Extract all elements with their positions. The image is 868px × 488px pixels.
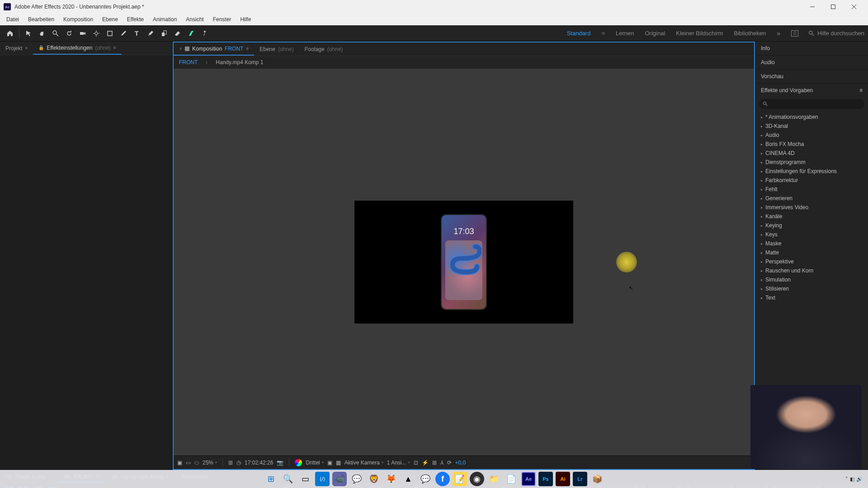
help-search[interactable]: Hilfe durchsuchen [808, 30, 864, 37]
tray-item[interactable]: 🔊 [856, 476, 863, 482]
tab-close-icon[interactable]: × [179, 46, 182, 52]
effect-category[interactable]: ▸Fehlt [755, 185, 868, 194]
taskbar-search[interactable]: 🔍 [281, 472, 295, 486]
menu-effekte[interactable]: Effekte [123, 14, 148, 24]
menu-hilfe[interactable]: Hilfe [236, 14, 255, 24]
composition-canvas[interactable]: 17:03 [354, 201, 573, 324]
taskbar-folder[interactable]: 📦 [590, 472, 604, 486]
zoom-dropdown[interactable]: 25% ▾ [203, 460, 217, 466]
clock-icon[interactable]: ◷ [236, 460, 241, 466]
mask-toggle[interactable]: ⬭ [194, 460, 199, 466]
breadcrumb-current[interactable]: FRONT [179, 59, 198, 66]
shape-tool[interactable] [104, 27, 116, 40]
resolution-dropdown[interactable]: Drittel ▾ [306, 460, 323, 466]
taskbar-taskview[interactable]: ▭ [298, 472, 312, 486]
brush-tool[interactable] [144, 27, 157, 40]
effect-category[interactable]: ▸Stilisieren [755, 284, 868, 293]
taskbar-whatsapp[interactable]: 💬 [349, 472, 364, 486]
tab-menu-icon[interactable]: ≡ [113, 45, 116, 50]
taskbar-notes[interactable]: 📝 [453, 472, 467, 486]
effect-controls-tab[interactable]: 🔒 Effekteinstellungen (ohne) ≡ [33, 42, 122, 55]
layer-tab[interactable]: Ebene (ohne) [254, 43, 299, 55]
tray-chevron-icon[interactable]: ˄ [845, 476, 848, 482]
snapshot-icon[interactable]: 📷 [277, 460, 283, 466]
text-tool[interactable]: T [131, 27, 143, 40]
taskbar-brave[interactable]: 🦁 [367, 472, 381, 486]
project-tab[interactable]: Projekt × [0, 42, 33, 54]
workspace-original[interactable]: Original [645, 30, 665, 37]
effects-search[interactable] [759, 99, 864, 109]
timeline-icon[interactable]: ⊞ [432, 460, 437, 466]
exposure-value[interactable]: +0,0 [455, 460, 466, 466]
fast-preview-icon[interactable]: ⚡ [422, 460, 429, 466]
eraser-tool[interactable] [171, 27, 184, 40]
anchor-tool[interactable] [90, 27, 103, 40]
workspace-bibliotheken[interactable]: Bibliotheken [734, 30, 766, 37]
taskbar-facebook[interactable]: f [435, 472, 450, 486]
pixel-aspect-icon[interactable]: ⊡ [414, 460, 418, 466]
taskbar-artstation[interactable]: ▲ [401, 472, 415, 486]
effect-category[interactable]: ▸CINEMA 4D [755, 149, 868, 158]
effect-category[interactable]: ▸* Animationsvorgaben [755, 113, 868, 122]
effect-category[interactable]: ▸Dienstprogramm [755, 158, 868, 167]
resolution-icon[interactable]: ⊞ [228, 460, 233, 466]
pen-tool[interactable] [117, 27, 130, 40]
workspace-kleiner[interactable]: Kleiner Bildschirm [676, 30, 723, 37]
chevron-left-icon[interactable]: ‹ [206, 59, 208, 66]
info-panel-tab[interactable]: Info [755, 42, 868, 55]
rotobrush-tool[interactable] [185, 27, 198, 40]
reset-exposure-icon[interactable]: ⟳ [447, 460, 452, 466]
rotate-tool[interactable] [63, 27, 75, 40]
taskbar-notepad[interactable]: 📄 [504, 472, 519, 486]
tab-close-icon[interactable]: × [25, 46, 28, 51]
puppet-tool[interactable] [198, 27, 211, 40]
footage-tab[interactable]: Footage (ohne) [299, 43, 349, 55]
tab-menu-icon[interactable]: ≡ [246, 46, 249, 51]
taskbar-lightroom[interactable]: Lr [573, 472, 587, 486]
audio-panel-tab[interactable]: Audio [755, 56, 868, 69]
menu-bearbeiten[interactable]: Bearbeiten [24, 14, 59, 24]
transparency-grid-icon[interactable]: ▦ [336, 460, 341, 466]
menu-animation[interactable]: Animation [148, 14, 181, 24]
effect-category[interactable]: ▸Immersives Video [755, 203, 868, 212]
minimize-button[interactable] [802, 0, 823, 14]
workspace-lernen[interactable]: Lernen [616, 30, 634, 37]
effect-category[interactable]: ▸Kanäle [755, 212, 868, 221]
composition-viewer[interactable]: 17:03 ↖ [174, 69, 754, 455]
effect-category[interactable]: ▸Keys [755, 230, 868, 239]
menu-ebene[interactable]: Ebene [98, 14, 123, 24]
views-dropdown[interactable]: 1 Ansi... ▾ [387, 460, 410, 466]
tray-item[interactable]: ◧ [850, 476, 854, 482]
workspace-panel-icon[interactable]: ☰ [791, 30, 798, 37]
taskbar-illustrator[interactable]: Ai [556, 472, 570, 486]
effect-category[interactable]: ▸Matte [755, 248, 868, 257]
taskbar-windows[interactable]: ⊞ [264, 472, 278, 486]
effect-category[interactable]: ▸Boris FX Mocha [755, 140, 868, 149]
taskbar-messenger[interactable]: 💬 [418, 472, 433, 486]
effect-category[interactable]: ▸Farbkorrektur [755, 176, 868, 185]
maximize-button[interactable] [823, 0, 844, 14]
workspace-menu-icon[interactable]: ≡ [601, 30, 605, 37]
preview-panel-tab[interactable]: Vorschau [755, 70, 868, 83]
breadcrumb-other[interactable]: Handy.mp4 Komp 1 [216, 59, 263, 66]
viewer-timecode[interactable]: 17:02:42:26 [245, 460, 273, 466]
effect-category[interactable]: ▸Generieren [755, 194, 868, 203]
effect-category[interactable]: ▸Audio [755, 131, 868, 140]
effect-category[interactable]: ▸3D-Kanal [755, 122, 868, 131]
workspace-standard[interactable]: Standard [567, 30, 591, 37]
taskbar-vscode[interactable]: ⟨/⟩ [315, 472, 330, 486]
flowchart-icon[interactable]: ⅄ [440, 460, 443, 466]
selection-tool[interactable] [22, 27, 35, 40]
close-button[interactable] [844, 0, 864, 14]
lock-icon[interactable]: 🔒 [38, 45, 44, 50]
alpha-toggle[interactable]: ▣ [177, 460, 182, 466]
camera-dropdown[interactable]: Aktive Kamera ▾ [344, 460, 383, 466]
effect-category[interactable]: ▸Einstellungen für Expressions [755, 167, 868, 176]
composition-tab[interactable]: × Komposition FRONT ≡ [174, 43, 254, 56]
clone-tool[interactable] [158, 27, 170, 40]
camera-tool[interactable] [76, 27, 89, 40]
taskbar-aftereffects[interactable]: Ae [521, 472, 536, 486]
menu-ansicht[interactable]: Ansicht [181, 14, 208, 24]
menu-komposition[interactable]: Komposition [59, 14, 98, 24]
roi-icon[interactable]: ▣ [327, 460, 332, 466]
